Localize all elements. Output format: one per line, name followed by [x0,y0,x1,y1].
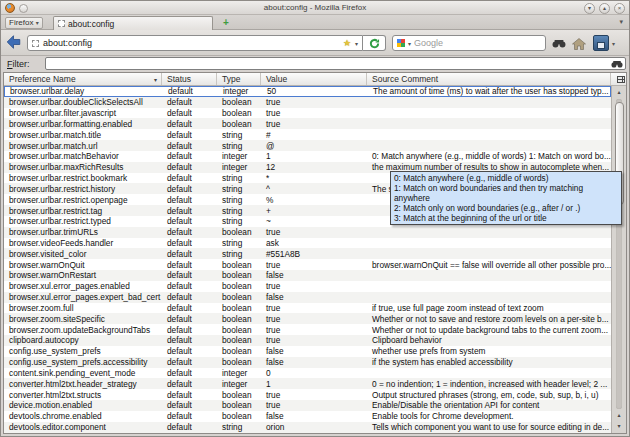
column-header-source-comment[interactable]: Source Comment [367,73,611,85]
url-bar[interactable]: about:config ★ ▾ [27,35,363,51]
table-row[interactable]: browser.urlbar.formatting.enableddefault… [4,118,611,129]
status-cell: default [162,249,217,259]
type-cell: string [217,173,261,183]
search-box[interactable]: ▾ Google [392,35,546,51]
table-rows: browser.urlbar.delaydefaultinteger50The … [4,86,611,433]
tooltip-line: 0: Match anywhere (e.g., middle of words… [394,173,618,183]
chevron-down-icon[interactable]: ▾ [408,40,411,47]
column-header-type[interactable]: Type [217,73,261,85]
table-row[interactable]: device.motion.enableddefaultbooleantrueE… [4,400,611,411]
table-row[interactable]: browser.xul.error_pages.enableddefaultbo… [4,281,611,292]
status-cell: default [162,108,217,118]
table-row[interactable]: browser.urlbar.filter.javascriptdefaultb… [4,108,611,119]
window-sticky-button[interactable] [19,4,28,13]
value-cell: true [261,303,367,313]
url-text: about:config [43,38,339,48]
table-row[interactable]: browser.urlbar.delaydefaultinteger50The … [4,86,611,97]
back-button[interactable] [5,34,23,51]
table-row[interactable]: converter.html2txt.header_strategydefaul… [4,378,611,389]
table-row[interactable]: clipboard.autocopydefaultbooleantrueClip… [4,335,611,346]
value-cell: * [261,173,367,183]
status-cell: default [162,325,217,335]
tab-about-config[interactable]: about:config [53,16,213,30]
browser-window: about:config - Mozilla Firefox ▾ ▴ × Fir… [0,0,630,437]
status-cell: default [162,422,217,432]
table-row[interactable]: browser.zoom.updateBackgroundTabsdefault… [4,324,611,335]
value-cell: true [261,108,367,118]
new-tab-button[interactable]: + [217,17,235,29]
column-header-preference-name[interactable]: Preference Name▾ [4,73,162,85]
tooltip-line: 3: Match at the beginning of the url or … [394,213,618,223]
filter-find-icon [611,60,623,68]
close-button[interactable]: × [614,3,625,14]
chevron-down-icon[interactable]: ▾ [612,40,615,47]
page-favicon-icon [58,20,65,27]
scroll-up-icon[interactable]: ▴ [612,410,626,421]
pref-name-cell: browser.urlbar.trimURLs [4,227,162,237]
comment-cell: if true, use full page zoom instead of t… [367,303,611,313]
find-button[interactable] [550,36,568,51]
table-row[interactable]: devtools.errorconsole.enableddefaultbool… [4,433,611,434]
search-placeholder: Google [414,38,443,48]
pref-name-cell: devtools.chrome.enabled [4,411,162,421]
table-row[interactable]: config.use_system_prefsdefaultbooleanfal… [4,346,611,357]
table-row[interactable]: browser.videoFeeds.handlerdefaultstringa… [4,238,611,249]
table-row[interactable]: content.sink.pending_event_modedefaultin… [4,368,611,379]
pref-name-cell: browser.zoom.siteSpecific [4,314,162,324]
firefox-menu-button[interactable]: Firefox ▾ [5,17,43,29]
google-engine-icon[interactable] [397,39,405,47]
status-cell: default [162,206,217,216]
value-cell: true [261,390,367,400]
pref-name-cell: browser.xul.error_pages.enabled [4,281,162,291]
table-row[interactable]: browser.zoom.fulldefaultbooleantrueif tr… [4,303,611,314]
status-cell: default [162,368,217,378]
table-row[interactable]: browser.warnOnQuitdefaultbooleantruebrow… [4,259,611,270]
table-row[interactable]: browser.warnOnRestartdefaultbooleanfalse [4,270,611,281]
table-row[interactable]: browser.zoom.siteSpecificdefaultbooleant… [4,313,611,324]
table-row[interactable]: browser.urlbar.match.titledefaultstring# [4,129,611,140]
type-cell: string [217,184,261,194]
type-cell: integer [217,379,261,389]
bookmarks-panel-button[interactable] [593,35,609,51]
minimize-button[interactable]: ▾ [584,3,595,14]
preferences-table: Preference Name▾ Status Type Value Sourc… [3,72,627,434]
value-cell: orion [261,422,367,432]
filter-input[interactable] [45,57,626,70]
type-cell: boolean [217,97,261,107]
scroll-up-icon[interactable]: ▴ [612,87,626,98]
type-cell: integer [217,368,261,378]
value-cell: 1 [261,379,367,389]
table-row[interactable]: devtools.chrome.enableddefaultbooleanfal… [4,411,611,422]
vertical-scrollbar[interactable]: ▴ ▴ ▾ [611,86,626,433]
type-cell: integer [217,162,261,172]
table-row[interactable]: browser.urlbar.trimURLsdefaultbooleantru… [4,227,611,238]
table-row[interactable]: browser.visited_colordefaultstring#551A8… [4,248,611,259]
reload-button[interactable] [363,35,386,51]
pref-name-cell: browser.urlbar.doubleClickSelectsAll [4,97,162,107]
home-button[interactable] [570,36,588,51]
table-row[interactable]: config.use_system_prefs.accessibilitydef… [4,357,611,368]
column-header-value[interactable]: Value [261,73,367,85]
type-cell: boolean [217,119,261,129]
table-row[interactable]: browser.urlbar.matchBehaviordefaultinteg… [4,151,611,162]
filter-bar: Filter: [1,56,629,72]
type-cell: boolean [217,400,261,410]
table-row[interactable]: browser.xul.error_pages.expert_bad_certd… [4,292,611,303]
chevron-down-icon[interactable]: ▾ [355,40,358,47]
scroll-down-icon[interactable]: ▾ [612,421,626,432]
value-cell: ~ [261,216,367,226]
table-row[interactable]: browser.urlbar.match.urldefaultstring@ [4,140,611,151]
column-header-status[interactable]: Status [162,73,217,85]
maximize-button[interactable]: ▴ [599,3,610,14]
pref-name-cell: browser.urlbar.match.title [4,130,162,140]
comment-cell: Whether or not to save and restore zoom … [367,314,611,324]
bookmark-star-icon[interactable]: ★ [343,38,351,48]
table-row[interactable]: converter.html2txt.structsdefaultboolean… [4,389,611,400]
value-cell: true [261,325,367,335]
table-row[interactable]: devtools.editor.componentdefaultstringor… [4,422,611,433]
type-cell: boolean [217,281,261,291]
table-row[interactable]: browser.urlbar.doubleClickSelectsAlldefa… [4,97,611,108]
list-all-tabs-icon[interactable]: ▾ [619,18,623,26]
column-picker-button[interactable] [611,73,626,85]
value-cell: ask [261,238,367,248]
